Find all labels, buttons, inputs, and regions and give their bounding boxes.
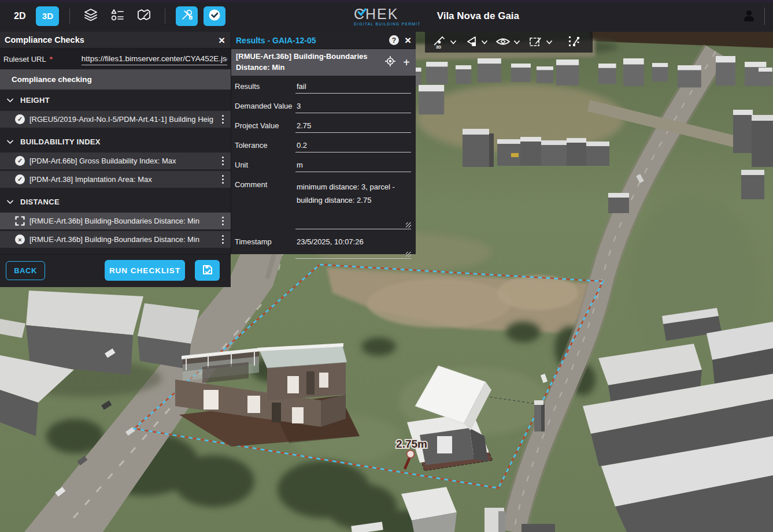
save-icon — [202, 264, 213, 277]
toolbar-divider — [69, 9, 70, 24]
toolbar-divider — [764, 8, 765, 25]
pencil-3d-icon: 3D — [433, 34, 447, 51]
check-item-label: [RMUE-Art.36b] Building-Boundaries Dista… — [29, 235, 214, 244]
map-edit-button[interactable] — [134, 6, 154, 26]
pass-check-icon: ✓ — [15, 156, 25, 166]
logo-subtitle: DIGITAL BUILDING PERMIT — [354, 23, 421, 27]
field-label: Comment — [235, 178, 295, 229]
check-item[interactable]: ✓ [RGEU5/2019-AnxI-No.I-5/PDM-Art.41-1] … — [0, 111, 231, 128]
check-item-selected[interactable]: [RMUE-Art.36b] Building-Boundaries Dista… — [0, 213, 231, 229]
pass-check-icon: ✓ — [15, 174, 25, 184]
checklist: HEIGHT ✓ [RGEU5/2019-AnxI-No.I-5/PDM-Art… — [0, 90, 231, 254]
field-row: Tolerance 0.2 — [235, 139, 411, 152]
compliance-check-button[interactable] — [204, 6, 225, 26]
comment-textarea[interactable]: minimum distance: 3, parcel - building d… — [295, 178, 411, 229]
check-item-label: [RGEU5/2019-AnxI-No.I-5/PDM-Art.41-1] Bu… — [29, 115, 214, 124]
chek-logo: CHEK DIGITAL BUILDING PERMIT — [354, 6, 421, 27]
group-label: BUILDABILITY INDEX — [20, 137, 101, 146]
result-rule-title: [RMUE-Art.36b] Building-Boundaries Dista… — [236, 51, 380, 73]
timestamp-text: 23/5/2025, 10:07:26 — [297, 237, 364, 246]
add-icon[interactable]: + — [403, 57, 410, 68]
eye-icon — [495, 35, 511, 50]
field-row: Unit m — [235, 159, 411, 172]
item-menu-icon[interactable] — [219, 113, 228, 127]
wrench-screwdriver-icon — [180, 8, 194, 24]
timestamp-textarea[interactable]: 23/5/2025, 10:07:26 — [295, 236, 411, 259]
user-account-icon[interactable] — [742, 10, 755, 23]
legend-button[interactable] — [107, 6, 128, 26]
field-value[interactable]: fail — [295, 80, 411, 94]
tools-button[interactable] — [176, 6, 198, 26]
map-tools-toolbar: 3D — [425, 32, 593, 53]
close-icon[interactable]: × — [219, 35, 225, 46]
field-value[interactable]: m — [295, 159, 411, 172]
measure-tool[interactable] — [564, 33, 583, 52]
check-item-label: [PDM-Art.38] Implantation Area: Max — [29, 175, 214, 184]
group-label: HEIGHT — [20, 96, 50, 105]
layers-button[interactable] — [80, 6, 101, 26]
check-item-label: [RMUE-Art.36b] Building-Boundaries Dista… — [29, 217, 214, 225]
ruleset-url-input[interactable] — [82, 53, 227, 65]
field-label: Results — [235, 80, 295, 94]
fail-x-icon: × — [15, 235, 25, 244]
group-header-distance[interactable]: DISTANCE — [0, 191, 231, 213]
camera-view-tool[interactable] — [462, 34, 490, 51]
municipality-title: Vila Nova de Gaia — [437, 10, 519, 22]
view-3d-button[interactable]: 3D — [36, 6, 59, 26]
item-menu-icon[interactable] — [219, 154, 228, 168]
close-icon[interactable]: × — [405, 35, 411, 46]
resize-handle[interactable] — [406, 222, 411, 228]
item-menu-icon[interactable] — [219, 214, 228, 228]
item-menu-icon[interactable] — [219, 233, 228, 247]
field-value[interactable]: 0.2 — [295, 139, 411, 152]
top-bar: 2D 3D — [0, 0, 773, 32]
draw-3d-tool[interactable]: 3D — [431, 33, 458, 52]
field-label: Demanded Value — [235, 100, 295, 113]
comment-text: minimum distance: 3, parcel - building d… — [297, 183, 395, 204]
field-row: Demanded Value 3 — [235, 100, 411, 113]
check-item[interactable]: ✓ [PDM-Art.38] Implantation Area: Max — [0, 171, 231, 188]
field-label: Timestamp — [235, 236, 295, 259]
help-icon[interactable]: ? — [389, 35, 399, 45]
item-menu-icon[interactable] — [219, 173, 228, 187]
chevron-down-icon — [450, 40, 456, 44]
run-checklist-button[interactable]: RUN CHECKLIST — [105, 260, 185, 281]
select-area-tool[interactable] — [526, 34, 554, 51]
crosshair-icon — [384, 55, 396, 69]
chevron-down-icon — [546, 40, 552, 44]
save-report-button[interactable] — [195, 260, 220, 281]
running-scan-icon — [15, 216, 25, 226]
view-2d-button[interactable]: 2D — [9, 8, 30, 25]
resize-handle[interactable] — [406, 252, 411, 257]
view-cone-icon — [464, 35, 478, 50]
visibility-tool[interactable] — [493, 34, 522, 51]
field-row: Results fail — [235, 80, 411, 94]
field-row: Timestamp 23/5/2025, 10:07:26 — [235, 236, 411, 259]
field-value[interactable]: 2.75 — [295, 120, 411, 133]
chevron-down-icon — [7, 98, 13, 103]
layers-icon — [83, 8, 98, 24]
field-label: Project Value — [235, 120, 295, 133]
ruleset-url-label: Ruleset URL — [3, 55, 46, 64]
group-label: DISTANCE — [20, 198, 60, 206]
section-header: Compliance checking — [0, 69, 231, 90]
back-button[interactable]: BACK — [6, 261, 45, 280]
field-row: Comment minimum distance: 3, parcel - bu… — [235, 178, 411, 229]
check-item[interactable]: × [RMUE-Art.36b] Building-Boundaries Dis… — [0, 231, 231, 248]
map-edit-icon — [136, 8, 151, 24]
locate-on-map-button[interactable] — [383, 55, 397, 69]
app-root: 2.75m 2D 3D — [0, 0, 773, 532]
field-value[interactable]: 3 — [295, 100, 411, 113]
pass-check-icon: ✓ — [15, 114, 25, 124]
group-header-height[interactable]: HEIGHT — [0, 90, 231, 111]
group-header-buildability[interactable]: BUILDABILITY INDEX — [0, 131, 231, 152]
check-circle-icon — [208, 8, 221, 24]
check-item-label: [PDM-Art.66b] Gross Buildability Index: … — [29, 157, 214, 165]
logo-check-icon — [357, 7, 367, 19]
results-title: Results - GAIA-12-05 — [236, 36, 316, 45]
results-panel: Results - GAIA-12-05 ? × [RMUE-Art.36b] … — [231, 32, 416, 254]
toolbar-divider — [165, 9, 165, 24]
field-row: Project Value 2.75 — [235, 120, 411, 133]
check-item[interactable]: ✓ [PDM-Art.66b] Gross Buildability Index… — [0, 152, 231, 169]
chevron-down-icon — [514, 40, 520, 44]
